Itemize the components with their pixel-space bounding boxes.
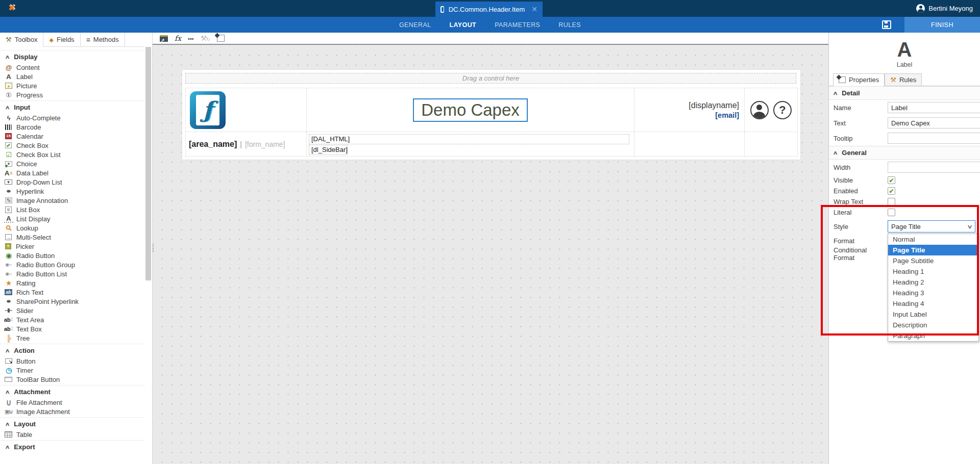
- style-editor-icon[interactable]: [160, 34, 168, 43]
- data-label-cell[interactable]: [DAL_HTML] [dl_SideBar]: [307, 132, 634, 157]
- displayname-label[interactable]: [displayname]: [689, 101, 739, 110]
- toolbox-item-text-area[interactable]: Text Area: [0, 315, 144, 324]
- toolbox-item-radio-button[interactable]: Radio Button: [0, 251, 144, 260]
- toolbox-item-rating[interactable]: Rating: [0, 278, 144, 288]
- style-option-normal[interactable]: Normal: [888, 234, 978, 245]
- drop-zone[interactable]: Drag a control here: [185, 73, 796, 84]
- nav-tab-layout[interactable]: LAYOUT: [450, 21, 477, 29]
- tooltip-input[interactable]: [888, 133, 980, 144]
- literal-checkbox[interactable]: [888, 209, 895, 216]
- form-name-label[interactable]: [form_name]: [245, 140, 285, 148]
- section-header-action[interactable]: ∧Action: [0, 344, 144, 356]
- style-select[interactable]: Page Title ∨: [888, 220, 975, 233]
- app-logo-icon[interactable]: ✖: [6, 3, 17, 14]
- style-option-page-title[interactable]: Page Title: [888, 245, 978, 255]
- toolbox-item-table[interactable]: Table: [0, 430, 144, 439]
- toolbox-item-picker[interactable]: Picker: [0, 242, 144, 251]
- sidebar-scrollbar[interactable]: [144, 33, 153, 464]
- toolbox-item-drop-down-list[interactable]: Drop-Down List: [0, 177, 144, 187]
- style-option-paragraph[interactable]: Paragraph: [888, 330, 978, 341]
- toolbox-item-picture[interactable]: Picture: [0, 81, 144, 90]
- toolbox-item-file-attachment[interactable]: File Attachment: [0, 398, 144, 407]
- section-header-layout[interactable]: ∧Layout: [0, 417, 144, 430]
- logo-cell[interactable]: [186, 88, 307, 132]
- toolbox-item-list-display[interactable]: List Display: [0, 214, 144, 223]
- tab-properties[interactable]: Properties: [833, 73, 885, 86]
- visible-checkbox[interactable]: [888, 176, 895, 184]
- toolbox-item-image-attachment[interactable]: Image Attachment: [0, 407, 144, 416]
- header-table[interactable]: Demo Capex [displayname] [email] ? [area…: [185, 88, 798, 157]
- tab-toolbox[interactable]: Toolbox: [0, 33, 43, 47]
- toolbox-item-tree[interactable]: Tree: [0, 333, 144, 343]
- style-option-heading-4[interactable]: Heading 4: [888, 298, 978, 309]
- nav-tab-parameters[interactable]: PARAMETERS: [495, 21, 540, 29]
- toolbox-item-text-box[interactable]: Text Box: [0, 324, 144, 333]
- wrap-text-checkbox[interactable]: [888, 198, 895, 205]
- toolbox-item-rich-text[interactable]: Rich Text: [0, 288, 144, 297]
- width-input[interactable]: [888, 162, 980, 173]
- toolbox-item-slider[interactable]: Slider: [0, 306, 144, 315]
- expression-fx-icon[interactable]: [175, 34, 181, 43]
- toolbox-item-toolbar-button[interactable]: ToolBar Button: [0, 375, 144, 384]
- section-header-input[interactable]: ∧Input: [0, 100, 144, 113]
- style-option-description[interactable]: Description: [888, 320, 978, 330]
- area-name-label[interactable]: [area_name]: [189, 140, 237, 149]
- toolbox-item-choice[interactable]: Choice: [0, 159, 144, 168]
- breadcrumb[interactable]: [area_name] | [form_name]: [186, 132, 307, 157]
- style-option-heading-1[interactable]: Heading 1: [888, 266, 978, 277]
- format-painter-icon[interactable]: [217, 34, 225, 43]
- finish-button[interactable]: FINISH: [904, 17, 980, 33]
- style-option-input-label[interactable]: Input Label: [888, 309, 978, 320]
- toolbox-item-image-annotation[interactable]: Image Annotation: [0, 196, 144, 205]
- document-tab[interactable]: DC.Common.Header.Item ✕: [435, 2, 543, 17]
- toolbox-item-radio-button-list[interactable]: Radio Button List: [0, 269, 144, 278]
- toolbox-item-content[interactable]: Content: [0, 63, 144, 72]
- empty-cell[interactable]: [634, 132, 745, 157]
- dal-html-data-label[interactable]: [DAL_HTML]: [309, 134, 629, 144]
- text-input[interactable]: [888, 117, 980, 128]
- toolbox-item-radio-button-group[interactable]: Radio Button Group: [0, 260, 144, 269]
- name-input[interactable]: [888, 102, 980, 113]
- close-tab-icon[interactable]: ✕: [531, 5, 537, 13]
- style-option-heading-2[interactable]: Heading 2: [888, 277, 978, 288]
- header-icons-cell[interactable]: ?: [745, 88, 798, 132]
- toolbox-item-check-box[interactable]: Check Box: [0, 141, 144, 150]
- section-header-general[interactable]: ∧ General: [829, 146, 980, 160]
- ellipsis-icon[interactable]: [188, 34, 194, 43]
- toolbox-item-barcode[interactable]: Barcode: [0, 122, 144, 132]
- save-button[interactable]: [876, 17, 897, 33]
- design-canvas[interactable]: Drag a control here Demo Capex [displayn…: [153, 46, 828, 464]
- section-header-export[interactable]: ∧Export: [0, 440, 144, 453]
- toolbox-item-progress[interactable]: Progress: [0, 90, 144, 99]
- toolbox-item-hyperlink[interactable]: Hyperlink: [0, 187, 144, 196]
- toolbox-item-auto-complete[interactable]: Auto-Complete: [0, 113, 144, 122]
- toolbox-item-data-label[interactable]: Data Label: [0, 168, 144, 177]
- nav-tab-rules[interactable]: RULES: [558, 21, 581, 29]
- section-header-detail[interactable]: ∧ Detail: [829, 86, 980, 100]
- empty-cell[interactable]: [745, 132, 798, 157]
- toolbox-item-list-box[interactable]: List Box: [0, 205, 144, 214]
- toolbox-item-check-box-list[interactable]: Check Box List: [0, 150, 144, 159]
- style-option-heading-3[interactable]: Heading 3: [888, 288, 978, 298]
- tab-rules[interactable]: Rules: [885, 73, 922, 86]
- title-cell[interactable]: Demo Capex: [307, 88, 634, 132]
- tab-fields[interactable]: Fields: [43, 33, 80, 46]
- toolbox-item-sharepoint-hyperlink[interactable]: SharePoint Hyperlink: [0, 297, 144, 306]
- page-title-label[interactable]: Demo Capex: [413, 98, 528, 122]
- sidebar-scrollbar-thumb[interactable]: [145, 47, 151, 280]
- tools-refresh-icon[interactable]: [201, 34, 210, 43]
- company-logo[interactable]: [190, 91, 226, 129]
- dl-sidebar-data-label[interactable]: [dl_SideBar]: [309, 145, 348, 155]
- user-menu[interactable]: Bertini Meyong: [916, 0, 973, 17]
- section-header-attachment[interactable]: ∧Attachment: [0, 385, 144, 398]
- help-icon[interactable]: ?: [773, 101, 792, 119]
- tab-methods[interactable]: Methods: [81, 33, 125, 46]
- form-surface[interactable]: Drag a control here Demo Capex [displayn…: [182, 70, 800, 160]
- toolbox-item-multi-select[interactable]: Multi-Select: [0, 233, 144, 242]
- style-option-page-subtitle[interactable]: Page Subtitle: [888, 255, 978, 266]
- toolbox-item-calendar[interactable]: Calendar: [0, 132, 144, 141]
- toolbox-item-button[interactable]: Button: [0, 356, 144, 366]
- toolbox-item-timer[interactable]: Timer: [0, 366, 144, 375]
- toolbox-item-lookup[interactable]: Lookup: [0, 223, 144, 233]
- enabled-checkbox[interactable]: [888, 187, 895, 195]
